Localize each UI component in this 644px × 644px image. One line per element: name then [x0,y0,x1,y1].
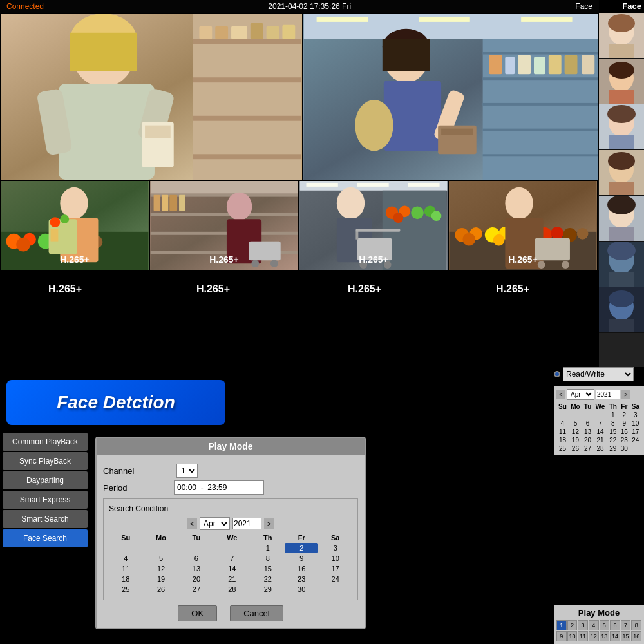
cal-day[interactable]: 3 [630,411,641,419]
cal-day[interactable]: 24 [630,436,641,444]
play-mode-cell-5[interactable]: 5 [600,620,610,630]
cal-day[interactable]: 18 [556,436,569,444]
cal-day[interactable]: 14 [213,564,251,574]
cal-day[interactable]: 27 [180,584,213,594]
play-mode-cell-16[interactable]: 16 [631,631,641,641]
cal-day[interactable]: 9 [619,419,630,428]
cal-day[interactable]: 29 [607,444,619,453]
cal-day[interactable]: 4 [109,553,142,564]
sidebar-item-smart-express[interactable]: Smart Express [3,491,88,509]
cal-day[interactable]: 24 [318,574,352,584]
play-mode-cell-14[interactable]: 14 [610,631,620,641]
cal-day[interactable]: 16 [619,428,630,436]
rcal-prev-btn[interactable]: < [556,390,565,399]
cal-day[interactable]: 23 [285,574,318,584]
cal-day[interactable]: 8 [607,419,619,428]
readwrite-radio[interactable] [554,371,560,377]
face-thumb-2[interactable] [599,59,644,104]
cal-day[interactable]: 10 [318,553,352,564]
cal-day[interactable]: 11 [109,564,142,574]
sidebar-item-dayparting[interactable]: Dayparting [3,471,88,489]
play-mode-cell-1[interactable]: 1 [556,620,567,630]
cancel-button[interactable]: Cancel [230,605,283,621]
cal-next-btn[interactable]: > [264,518,274,529]
rcal-year-input[interactable] [596,390,620,399]
cal-day[interactable]: 7 [213,553,251,564]
cal-day[interactable]: 20 [582,436,593,444]
cal-day[interactable]: 2 [619,411,630,419]
cal-day[interactable]: 19 [569,436,582,444]
play-mode-cell-9[interactable]: 9 [556,631,567,641]
cal-day[interactable]: 17 [318,564,352,574]
face-thumb-4[interactable] [599,150,644,196]
cal-day[interactable]: 25 [556,444,569,453]
play-mode-cell-11[interactable]: 11 [578,631,588,641]
play-mode-cell-10[interactable]: 10 [567,631,578,641]
face-thumb-6[interactable] [599,242,644,287]
cal-day[interactable]: 25 [109,584,142,594]
play-mode-cell-6[interactable]: 6 [610,620,620,630]
cal-day[interactable]: 15 [251,564,285,574]
cal-day[interactable]: 12 [142,564,179,574]
cal-day[interactable]: 30 [619,444,630,453]
cal-day[interactable]: 28 [593,444,607,453]
face-thumb-7[interactable] [599,287,644,333]
cal-day[interactable]: 21 [593,436,607,444]
sidebar-item-common-playback[interactable]: Common PlayBack [3,433,88,451]
cal-day[interactable]: 13 [180,564,213,574]
cal-day[interactable]: 10 [630,419,641,428]
cal-day[interactable]: 22 [251,574,285,584]
period-input[interactable] [174,480,264,495]
cal-month-select[interactable]: Apr JanFebMar MayJunJul AugSepOct NovDec [200,517,230,530]
cal-day[interactable]: 8 [251,553,285,564]
play-mode-cell-2[interactable]: 2 [567,620,578,630]
cal-day[interactable]: 30 [285,584,318,594]
sidebar-item-smart-search[interactable]: Smart Search [3,510,88,528]
rcal-month-select[interactable]: Apr JanFebMar MayJun [567,389,594,400]
cal-day[interactable]: 22 [607,436,619,444]
cal-year-input[interactable] [232,518,261,529]
cal-day[interactable]: 15 [607,428,619,436]
play-mode-cell-4[interactable]: 4 [589,620,599,630]
cal-day[interactable]: 9 [285,553,318,564]
cal-day[interactable]: 27 [582,444,593,453]
play-mode-cell-15[interactable]: 15 [621,631,631,641]
cal-day[interactable]: 4 [556,419,569,428]
cal-prev-btn[interactable]: < [187,518,197,529]
cal-day[interactable]: 18 [109,574,142,584]
rcal-next-btn[interactable]: > [621,390,630,399]
cal-day[interactable]: 26 [142,584,179,594]
channel-select[interactable]: 1 2 3 4 [176,464,198,478]
sidebar-item-sync-playback[interactable]: Sync PlayBack [3,452,88,470]
play-mode-cell-12[interactable]: 12 [589,631,599,641]
cal-day[interactable]: 16 [285,564,318,574]
face-thumb-1[interactable] [599,13,644,59]
play-mode-cell-7[interactable]: 7 [621,620,631,630]
cal-day[interactable]: 14 [593,428,607,436]
cal-day[interactable]: 26 [569,444,582,453]
cal-day[interactable]: 12 [569,428,582,436]
cal-day[interactable]: 21 [213,574,251,584]
cal-day[interactable]: 6 [582,419,593,428]
sidebar-item-face-search[interactable]: Face Search [3,529,88,547]
play-mode-cell-13[interactable]: 13 [600,631,610,641]
play-mode-cell-8[interactable]: 8 [631,620,641,630]
ok-button[interactable]: OK [178,605,217,621]
cal-day[interactable]: 29 [251,584,285,594]
cal-day[interactable]: 5 [142,553,179,564]
cal-day[interactable]: 23 [619,436,630,444]
cal-day[interactable]: 13 [582,428,593,436]
cal-day[interactable]: 6 [180,553,213,564]
cal-day[interactable]: 28 [213,584,251,594]
cal-day[interactable]: 1 [607,411,619,419]
cal-day[interactable]: 7 [593,419,607,428]
play-mode-cell-3[interactable]: 3 [578,620,588,630]
cal-day[interactable]: 19 [142,574,179,584]
readwrite-select[interactable]: Read/Write Read Only [563,367,634,381]
face-thumb-3[interactable] [599,104,644,150]
face-thumb-5[interactable] [599,196,644,242]
cal-day[interactable]: 3 [318,543,352,553]
cal-day[interactable]: 20 [180,574,213,584]
cal-day[interactable]: 5 [569,419,582,428]
cal-day[interactable]: 2 [285,543,318,553]
